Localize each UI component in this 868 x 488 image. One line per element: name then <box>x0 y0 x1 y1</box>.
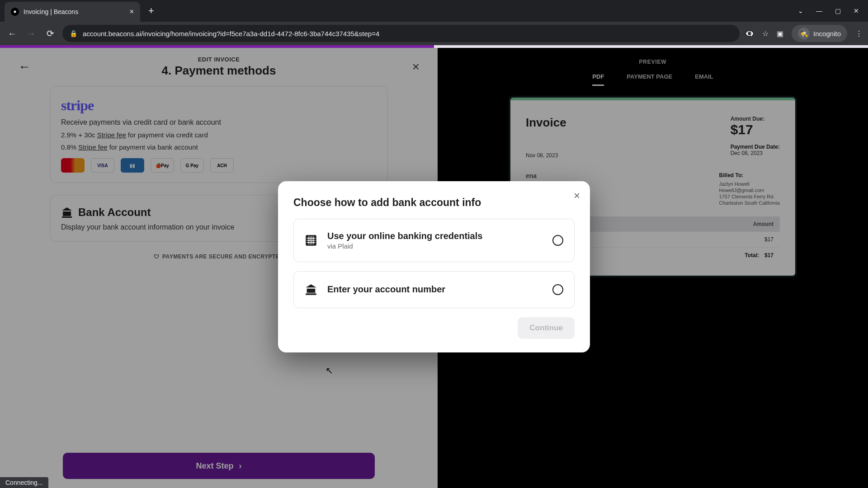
add-bank-modal: × Choose how to add bank account info Us… <box>278 181 590 352</box>
tab-close-icon[interactable]: × <box>130 8 134 16</box>
option-plaid-title: Use your online banking credentials <box>327 231 542 241</box>
new-tab-button[interactable]: + <box>148 5 154 17</box>
continue-button[interactable]: Continue <box>518 317 575 339</box>
browser-tab[interactable]: Invoicing | Beacons × <box>5 2 140 22</box>
bookmark-star-icon[interactable]: ☆ <box>762 29 769 38</box>
tab-title: Invoicing | Beacons <box>24 8 125 15</box>
option-manual[interactable]: Enter your account number <box>293 271 575 308</box>
lock-icon: 🔒 <box>70 30 77 37</box>
extension-icon[interactable]: ▣ <box>777 29 783 38</box>
nav-back-button[interactable]: ← <box>5 27 19 40</box>
option-manual-radio[interactable] <box>552 284 563 295</box>
modal-title: Choose how to add bank account info <box>293 197 575 209</box>
option-plaid-subtitle: via Plaid <box>327 242 542 250</box>
modal-backdrop[interactable]: × Choose how to add bank account info Us… <box>0 45 868 488</box>
url-text: account.beacons.ai/invoicing/home/invoic… <box>83 30 379 38</box>
eye-off-icon[interactable]: 👁‍🗨 <box>745 29 754 38</box>
option-plaid-radio[interactable] <box>552 235 563 246</box>
option-manual-title: Enter your account number <box>327 284 542 295</box>
address-bar[interactable]: 🔒 account.beacons.ai/invoicing/home/invo… <box>62 25 740 42</box>
modal-close-icon[interactable]: × <box>574 189 580 202</box>
plaid-icon <box>305 234 317 247</box>
window-maximize-icon[interactable]: ▢ <box>835 7 841 14</box>
window-close-icon[interactable]: ✕ <box>854 7 859 14</box>
browser-status-text: Connecting... <box>0 477 48 488</box>
nav-forward-button[interactable]: → <box>24 27 38 40</box>
incognito-indicator[interactable]: 🕵 Incognito <box>792 25 847 42</box>
bank-icon <box>305 283 317 296</box>
window-minimize-icon[interactable]: ― <box>816 7 822 14</box>
incognito-icon: 🕵 <box>798 28 810 39</box>
tabs-dropdown-icon[interactable]: ⌄ <box>798 7 803 14</box>
nav-reload-button[interactable]: ⟳ <box>43 27 57 40</box>
option-plaid[interactable]: Use your online banking credentials via … <box>293 219 575 262</box>
site-favicon <box>11 8 19 16</box>
browser-menu-icon[interactable]: ⋮ <box>855 29 863 38</box>
incognito-label: Incognito <box>813 30 841 38</box>
